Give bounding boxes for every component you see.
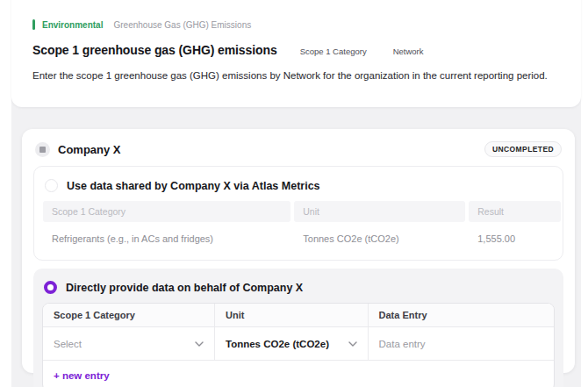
question-header-card: Environmental Greenhouse Gas (GHG) Emiss…: [11, 0, 581, 107]
shared-cell-result: 1,555.00: [469, 222, 561, 249]
radio-selected-icon[interactable]: [44, 281, 57, 294]
option-direct-radio-row[interactable]: Directly provide data on behalf of Compa…: [42, 277, 555, 303]
chevron-down-icon: [348, 341, 357, 347]
data-entry-cell: [368, 327, 554, 361]
data-entry-input[interactable]: [379, 339, 543, 349]
chevron-down-icon: [195, 341, 204, 347]
column-header-unit: Unit: [214, 304, 368, 327]
unit-select-value: Tonnes CO2e (tCO2e): [226, 339, 341, 349]
company-card-header: Company X UNCOMPLETED: [33, 140, 563, 166]
option-shared-radio-row[interactable]: Use data shared by Company X via Atlas M…: [43, 176, 554, 201]
data-entry-table-header: Scope 1 Category Unit Data Entry: [43, 304, 554, 327]
breadcrumb: Environmental Greenhouse Gas (GHG) Emiss…: [32, 19, 560, 30]
option-shared-label: Use data shared by Company X via Atlas M…: [67, 180, 320, 192]
shared-data-table: Scope 1 Category Unit Result Refrigerant…: [43, 201, 554, 249]
company-icon: [35, 142, 50, 157]
option-shared-data: Use data shared by Company X via Atlas M…: [33, 166, 563, 261]
data-entry-table: Scope 1 Category Unit Data Entry Select …: [42, 303, 555, 387]
shared-cell-unit: Tonnes CO2e (tCO2e): [294, 222, 465, 249]
status-badge: UNCOMPLETED: [484, 141, 562, 157]
tag-network: Network: [393, 47, 424, 56]
column-header-data-entry: Data Entry: [368, 304, 554, 327]
column-header-unit: Unit: [294, 201, 465, 222]
category-select-placeholder: Select: [54, 339, 188, 349]
page-title: Scope 1 greenhouse gas (GHG) emissions: [32, 43, 277, 57]
company-name: Company X: [58, 143, 121, 156]
data-entry-row: Select Tonnes CO2e (tCO2e): [43, 327, 554, 361]
tag-scope-category: Scope 1 Category: [300, 47, 367, 56]
column-header-category: Scope 1 Category: [43, 201, 290, 222]
section-accent-bar: [32, 19, 35, 30]
category-select[interactable]: Select: [43, 327, 214, 361]
column-header-result: Result: [469, 201, 561, 222]
shared-cell-category: Refrigerants (e.g., in ACs and fridges): [43, 222, 290, 249]
unit-select[interactable]: Tonnes CO2e (tCO2e): [214, 327, 368, 361]
radio-unselected-icon[interactable]: [45, 179, 58, 192]
option-direct-entry: Directly provide data on behalf of Compa…: [33, 269, 563, 387]
add-new-entry-link[interactable]: + new entry: [43, 361, 120, 387]
breadcrumb-page[interactable]: Greenhouse Gas (GHG) Emissions: [113, 20, 251, 30]
column-header-category: Scope 1 Category: [43, 304, 214, 327]
title-row: Scope 1 greenhouse gas (GHG) emissions S…: [32, 43, 560, 57]
breadcrumb-section[interactable]: Environmental: [42, 20, 103, 30]
company-card: Company X UNCOMPLETED Use data shared by…: [22, 129, 575, 373]
question-description: Enter the scope 1 greenhouse gas (GHG) e…: [32, 70, 560, 81]
option-direct-label: Directly provide data on behalf of Compa…: [66, 282, 303, 294]
app-background: Environmental Greenhouse Gas (GHG) Emiss…: [11, 0, 581, 387]
